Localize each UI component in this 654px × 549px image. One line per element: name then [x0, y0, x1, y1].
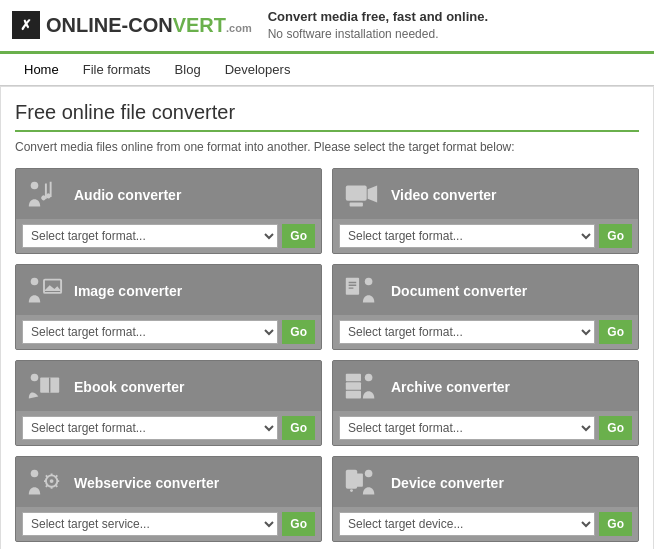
page-subtitle: Convert media files online from one form… [15, 140, 639, 154]
ebook-go-button[interactable]: Go [282, 416, 315, 440]
nav-home[interactable]: Home [12, 54, 71, 85]
archive-icon [339, 367, 383, 407]
card-title-device: Device converter [391, 475, 504, 491]
converter-card-image: Image converter Select target format... … [15, 264, 322, 350]
card-header-webservice: Webservice converter [16, 457, 321, 507]
card-controls-webservice: Select target service... Go [16, 507, 321, 541]
card-header-ebook: Ebook converter [16, 361, 321, 411]
audio-go-button[interactable]: Go [282, 224, 315, 248]
nav-file-formats[interactable]: File formats [71, 54, 163, 85]
image-go-button[interactable]: Go [282, 320, 315, 344]
card-title-video: Video converter [391, 187, 497, 203]
card-title-archive: Archive converter [391, 379, 510, 395]
device-go-button[interactable]: Go [599, 512, 632, 536]
tagline: Convert media free, fast and online. No … [268, 8, 488, 43]
card-controls-audio: Select target format... Go [16, 219, 321, 253]
webservice-icon [22, 463, 66, 503]
card-header-device: Device converter [333, 457, 638, 507]
card-controls-device: Select target device... Go [333, 507, 638, 541]
card-header-archive: Archive converter [333, 361, 638, 411]
archive-select[interactable]: Select target format... [339, 416, 595, 440]
converter-card-video: Video converter Select target format... … [332, 168, 639, 254]
card-title-ebook: Ebook converter [74, 379, 184, 395]
converter-card-ebook: Ebook converter Select target format... … [15, 360, 322, 446]
webservice-go-button[interactable]: Go [282, 512, 315, 536]
logo-area[interactable]: ✗ ONLINE-CONVERT.com [12, 11, 252, 39]
logo-icon: ✗ [12, 11, 40, 39]
video-go-button[interactable]: Go [599, 224, 632, 248]
card-title-audio: Audio converter [74, 187, 181, 203]
page-content: Free online file converter Convert media… [0, 86, 654, 549]
card-controls-image: Select target format... Go [16, 315, 321, 349]
card-header-image: Image converter [16, 265, 321, 315]
card-title-document: Document converter [391, 283, 527, 299]
card-controls-video: Select target format... Go [333, 219, 638, 253]
card-controls-document: Select target format... Go [333, 315, 638, 349]
audio-icon [22, 175, 66, 215]
video-icon [339, 175, 383, 215]
nav-bar: Home File formats Blog Developers [0, 54, 654, 86]
card-controls-archive: Select target format... Go [333, 411, 638, 445]
page-title: Free online file converter [15, 101, 639, 132]
converter-card-device: Device converter Select target device...… [332, 456, 639, 542]
converter-card-webservice: Webservice converter Select target servi… [15, 456, 322, 542]
image-icon [22, 271, 66, 311]
card-title-image: Image converter [74, 283, 182, 299]
converter-card-audio: Audio converter Select target format... … [15, 168, 322, 254]
ebook-icon [22, 367, 66, 407]
card-header-audio: Audio converter [16, 169, 321, 219]
archive-go-button[interactable]: Go [599, 416, 632, 440]
ebook-select[interactable]: Select target format... [22, 416, 278, 440]
converter-card-archive: Archive converter Select target format..… [332, 360, 639, 446]
audio-select[interactable]: Select target format... [22, 224, 278, 248]
nav-blog[interactable]: Blog [163, 54, 213, 85]
document-go-button[interactable]: Go [599, 320, 632, 344]
converter-card-document: Document converter Select target format.… [332, 264, 639, 350]
document-icon [339, 271, 383, 311]
card-controls-ebook: Select target format... Go [16, 411, 321, 445]
document-select[interactable]: Select target format... [339, 320, 595, 344]
image-select[interactable]: Select target format... [22, 320, 278, 344]
nav-developers[interactable]: Developers [213, 54, 303, 85]
device-icon [339, 463, 383, 503]
webservice-select[interactable]: Select target service... [22, 512, 278, 536]
card-header-document: Document converter [333, 265, 638, 315]
device-select[interactable]: Select target device... [339, 512, 595, 536]
logo-text: ONLINE-CONVERT.com [46, 14, 252, 37]
video-select[interactable]: Select target format... [339, 224, 595, 248]
converter-grid: Audio converter Select target format... … [15, 168, 639, 549]
card-title-webservice: Webservice converter [74, 475, 219, 491]
site-header: ✗ ONLINE-CONVERT.com Convert media free,… [0, 0, 654, 54]
card-header-video: Video converter [333, 169, 638, 219]
